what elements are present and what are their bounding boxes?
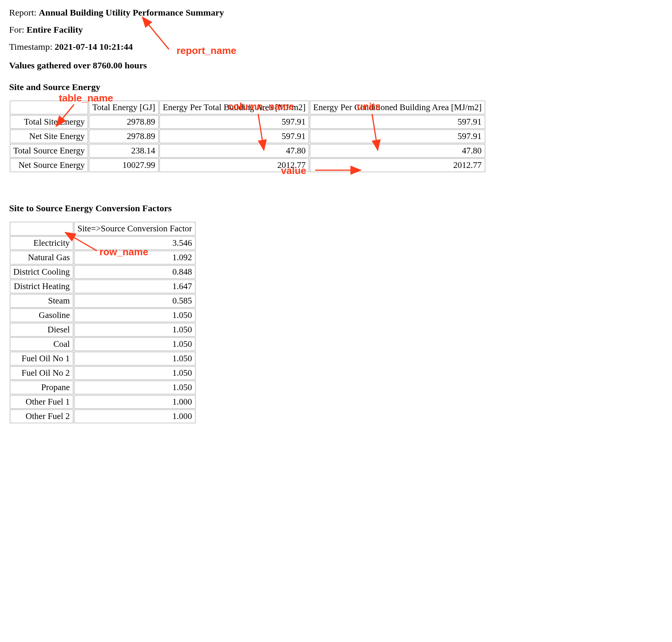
table1-col-2: Energy Per Conditioned Building Area [MJ… bbox=[310, 101, 485, 114]
t2-r10-name: Propane bbox=[10, 381, 73, 394]
table1-row3-name: Net Source Energy bbox=[10, 158, 88, 172]
table1-row1-name: Net Site Energy bbox=[10, 130, 88, 143]
table1-row0-val2: 597.91 bbox=[310, 115, 485, 129]
t2-r6-v0: 1.050 bbox=[74, 323, 196, 337]
table1-row2-name: Total Source Energy bbox=[10, 144, 88, 158]
table-row: Fuel Oil No 21.050 bbox=[10, 366, 196, 380]
table1-row0-name: Total Site Energy bbox=[10, 115, 88, 129]
t2-r8-name: Fuel Oil No 1 bbox=[10, 352, 73, 365]
table1-col-0: Total Energy [GJ] bbox=[89, 101, 158, 114]
timestamp-label: Timestamp: bbox=[9, 42, 55, 52]
t2-r1-name: Natural Gas bbox=[10, 251, 73, 264]
table-row: Natural Gas1.092 bbox=[10, 251, 196, 264]
table-row: Diesel1.050 bbox=[10, 323, 196, 337]
t2-r1-v0: 1.092 bbox=[74, 251, 196, 264]
table1-row3-val0: 10027.99 bbox=[89, 158, 158, 172]
table1-row0-val1: 597.91 bbox=[159, 115, 309, 129]
table1-row2-val0: 238.14 bbox=[89, 144, 158, 158]
t2-r7-v0: 1.050 bbox=[74, 337, 196, 351]
t2-r11-v0: 1.000 bbox=[74, 395, 196, 409]
t2-r4-v0: 0.585 bbox=[74, 294, 196, 308]
table-row: Other Fuel 11.000 bbox=[10, 395, 196, 409]
table-row: Total Source Energy 238.14 47.80 47.80 bbox=[10, 144, 485, 158]
t2-r8-v0: 1.050 bbox=[74, 352, 196, 365]
table-row: Net Source Energy 10027.99 2012.77 2012.… bbox=[10, 158, 485, 172]
timestamp-line: Timestamp: 2021-07-14 10:21:44 bbox=[9, 42, 663, 52]
conversion-factors-table: Site=>Source Conversion Factor Electrici… bbox=[9, 221, 196, 424]
table-row: District Cooling0.848 bbox=[10, 265, 196, 279]
table1-col-1: Energy Per Total Building Area [MJ/m2] bbox=[159, 101, 309, 114]
table1-row2-val1: 47.80 bbox=[159, 144, 309, 158]
report-line: Report: Annual Building Utility Performa… bbox=[9, 8, 663, 18]
table-row: Net Site Energy 2978.89 597.91 597.91 bbox=[10, 130, 485, 143]
table1-row1-val2: 597.91 bbox=[310, 130, 485, 143]
t2-r6-name: Diesel bbox=[10, 323, 73, 337]
hours-line: Values gathered over 8760.00 hours bbox=[9, 60, 663, 71]
table2-col-0: Site=>Source Conversion Factor bbox=[74, 222, 196, 236]
report-name: Annual Building Utility Performance Summ… bbox=[39, 8, 224, 17]
table-row: Steam0.585 bbox=[10, 294, 196, 308]
table-row: Propane1.050 bbox=[10, 381, 196, 394]
t2-r10-v0: 1.050 bbox=[74, 381, 196, 394]
table1-header-row: Total Energy [GJ] Energy Per Total Build… bbox=[10, 101, 485, 114]
table1-row3-val1: 2012.77 bbox=[159, 158, 309, 172]
t2-r5-name: Gasoline bbox=[10, 308, 73, 322]
table2-corner bbox=[10, 222, 73, 236]
timestamp-value: 2021-07-14 10:21:44 bbox=[55, 42, 133, 52]
t2-r2-v0: 0.848 bbox=[74, 265, 196, 279]
table2-header-row: Site=>Source Conversion Factor bbox=[10, 222, 196, 236]
table1-row2-val2: 47.80 bbox=[310, 144, 485, 158]
table-row: Total Site Energy 2978.89 597.91 597.91 bbox=[10, 115, 485, 129]
site-source-energy-table: Total Energy [GJ] Energy Per Total Build… bbox=[9, 100, 486, 173]
t2-r2-name: District Cooling bbox=[10, 265, 73, 279]
table-row: Electricity3.546 bbox=[10, 236, 196, 250]
table1-row3-val2: 2012.77 bbox=[310, 158, 485, 172]
t2-r0-v0: 3.546 bbox=[74, 236, 196, 250]
t2-r9-v0: 1.050 bbox=[74, 366, 196, 380]
t2-r9-name: Fuel Oil No 2 bbox=[10, 366, 73, 380]
t2-r0-name: Electricity bbox=[10, 236, 73, 250]
table-row: Other Fuel 21.000 bbox=[10, 410, 196, 423]
for-line: For: Entire Facility bbox=[9, 25, 663, 35]
t2-r3-v0: 1.647 bbox=[74, 280, 196, 293]
table-row: District Heating1.647 bbox=[10, 280, 196, 293]
table-row: Fuel Oil No 11.050 bbox=[10, 352, 196, 365]
table1-row1-val1: 597.91 bbox=[159, 130, 309, 143]
for-label: For: bbox=[9, 25, 27, 35]
t2-r7-name: Coal bbox=[10, 337, 73, 351]
t2-r12-name: Other Fuel 2 bbox=[10, 410, 73, 423]
t2-r3-name: District Heating bbox=[10, 280, 73, 293]
table1-title: Site and Source Energy bbox=[9, 82, 663, 92]
t2-r11-name: Other Fuel 1 bbox=[10, 395, 73, 409]
t2-r4-name: Steam bbox=[10, 294, 73, 308]
table1-corner bbox=[10, 101, 88, 114]
table1-row0-val0: 2978.89 bbox=[89, 115, 158, 129]
table2-title: Site to Source Energy Conversion Factors bbox=[9, 203, 663, 213]
report-label: Report: bbox=[9, 8, 39, 17]
t2-r12-v0: 1.000 bbox=[74, 410, 196, 423]
t2-r5-v0: 1.050 bbox=[74, 308, 196, 322]
table-row: Gasoline1.050 bbox=[10, 308, 196, 322]
table-row: Coal1.050 bbox=[10, 337, 196, 351]
table1-row1-val0: 2978.89 bbox=[89, 130, 158, 143]
for-value: Entire Facility bbox=[27, 25, 83, 35]
